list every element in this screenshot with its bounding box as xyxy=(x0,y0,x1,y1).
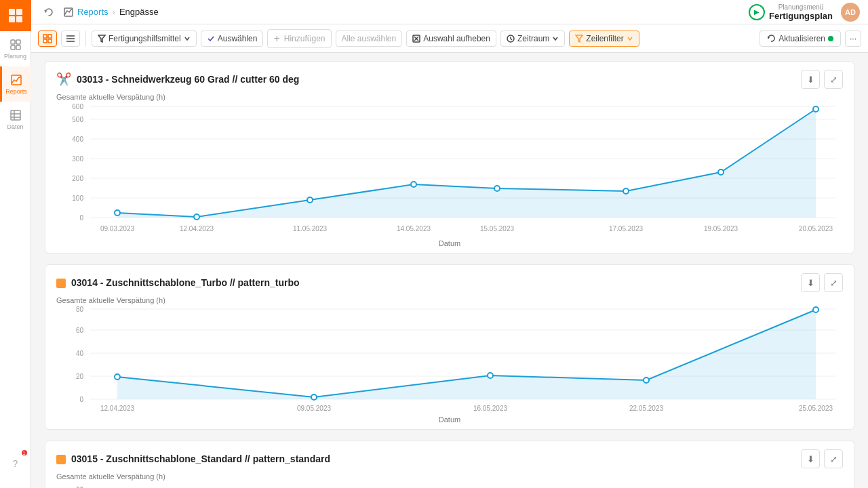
chart-area-1: 0 100 200 300 400 500 600 xyxy=(56,102,843,238)
chart-area-2: 0 20 40 60 80 12.04.2023 xyxy=(56,306,843,414)
chart-download-button-3[interactable]: ⬇ xyxy=(801,449,820,468)
filter-button[interactable]: Fertigungshilfsmittel xyxy=(92,30,197,47)
svg-rect-0 xyxy=(9,9,15,15)
svg-text:400: 400 xyxy=(72,136,83,143)
chart-expand-button-2[interactable]: ⤢ xyxy=(824,273,843,292)
time-period-label: Zeitraum xyxy=(517,34,549,43)
chart-icon-1: ✂️ xyxy=(56,72,71,87)
svg-text:20.05.2023: 20.05.2023 xyxy=(799,225,833,232)
sidebar-item-daten[interactable]: Daten xyxy=(0,102,31,137)
sidebar-item-reports[interactable]: Reports xyxy=(0,66,31,102)
clear-selection-button[interactable]: Auswahl aufheben xyxy=(406,30,496,47)
view-list-button[interactable] xyxy=(61,30,80,47)
chart-title-3: 03015 - Zuschnittschablone_Standard // p… xyxy=(56,453,330,465)
svg-rect-3 xyxy=(16,16,22,22)
svg-text:20: 20 xyxy=(76,373,84,380)
time-period-button[interactable]: Zeitraum xyxy=(500,30,565,47)
svg-text:0: 0 xyxy=(79,396,83,403)
toolbar-right: Aktualisieren ··· xyxy=(760,30,861,47)
svg-text:80: 80 xyxy=(76,306,84,313)
svg-point-71 xyxy=(488,373,493,378)
sidebar-item-daten-label: Daten xyxy=(7,123,23,130)
svg-point-47 xyxy=(623,188,629,194)
svg-rect-2 xyxy=(9,16,15,22)
select-button[interactable]: Auswählen xyxy=(201,30,264,47)
sidebar: Planung Reports Daten ? 1 xyxy=(0,0,31,488)
add-button[interactable]: + Hinzufügen xyxy=(267,29,331,48)
select-all-button[interactable]: Alle auswählen xyxy=(336,30,403,47)
svg-rect-16 xyxy=(43,39,47,43)
svg-marker-68 xyxy=(117,310,816,399)
sidebar-item-reports-label: Reports xyxy=(5,88,27,95)
app-logo[interactable] xyxy=(0,0,31,31)
chart-x-label-2: Datum xyxy=(56,415,843,424)
svg-text:25.05.2023: 25.05.2023 xyxy=(799,405,833,412)
svg-rect-14 xyxy=(43,35,47,38)
svg-text:300: 300 xyxy=(72,155,83,163)
svg-marker-26 xyxy=(576,35,583,42)
svg-rect-6 xyxy=(11,45,15,49)
svg-text:14.05.2023: 14.05.2023 xyxy=(397,225,431,232)
chart-expand-button-3[interactable]: ⤢ xyxy=(824,449,843,468)
main-content: Reports › Engpässe ▶ Planungsmenü Fertig… xyxy=(31,0,868,488)
svg-point-43 xyxy=(194,214,199,220)
chart-download-button-2[interactable]: ⬇ xyxy=(801,273,820,292)
chart-y-label-2: Gesamte aktuelle Verspätung (h) xyxy=(56,296,843,304)
avatar: AD xyxy=(841,3,860,22)
svg-point-46 xyxy=(494,186,500,191)
more-button[interactable]: ··· xyxy=(845,30,861,47)
breadcrumb-reports[interactable]: Reports xyxy=(77,7,108,17)
planning-title: Fertigungsplan xyxy=(769,11,833,21)
svg-rect-5 xyxy=(16,40,20,44)
select-label: Auswählen xyxy=(218,34,258,43)
chart-header-1: ✂️ 03013 - Schneidwerkzeug 60 Grad // cu… xyxy=(56,70,843,89)
planning-labels: Planungsmenü Fertigungsplan xyxy=(769,3,833,21)
svg-text:19.05.2023: 19.05.2023 xyxy=(704,225,738,232)
chart-card-1: ✂️ 03013 - Schneidwerkzeug 60 Grad // cu… xyxy=(45,61,854,253)
svg-point-48 xyxy=(718,169,724,175)
svg-text:0: 0 xyxy=(79,214,83,222)
svg-point-42 xyxy=(115,210,120,216)
row-filter-button[interactable]: Zeilenfilter xyxy=(569,30,639,47)
breadcrumb-separator: › xyxy=(113,7,115,17)
content-area: ✂️ 03013 - Schneidwerkzeug 60 Grad // cu… xyxy=(31,53,868,488)
play-icon: ▶ xyxy=(749,4,765,20)
svg-point-44 xyxy=(307,197,313,203)
svg-text:11.05.2023: 11.05.2023 xyxy=(293,225,327,232)
svg-point-45 xyxy=(411,182,416,187)
chart-download-button-1[interactable]: ⬇ xyxy=(801,70,820,89)
add-label: Hinzufügen xyxy=(284,34,326,43)
planning-menu-button[interactable]: ▶ Planungsmenü Fertigungsplan xyxy=(749,3,833,21)
view-grid-button[interactable] xyxy=(38,30,57,47)
svg-text:40: 40 xyxy=(76,350,84,357)
chart-expand-button-1[interactable]: ⤢ xyxy=(824,70,843,89)
svg-text:20: 20 xyxy=(76,485,83,488)
svg-rect-7 xyxy=(16,45,20,49)
svg-text:15.05.2023: 15.05.2023 xyxy=(480,225,514,232)
undo-button[interactable] xyxy=(39,4,58,20)
chart-actions-2: ⬇ ⤢ xyxy=(801,273,843,292)
svg-text:600: 600 xyxy=(72,103,83,110)
chart-x-label-1: Datum xyxy=(56,239,843,247)
svg-point-70 xyxy=(311,394,317,400)
update-status-dot xyxy=(828,36,833,41)
svg-rect-15 xyxy=(48,35,52,38)
svg-text:60: 60 xyxy=(76,327,84,334)
chart-actions-1: ⬇ ⤢ xyxy=(801,70,843,89)
chart-header-2: 03014 - Zuschnittschablone_Turbo // patt… xyxy=(56,273,843,292)
svg-point-72 xyxy=(644,378,649,383)
svg-text:12.04.2023: 12.04.2023 xyxy=(100,405,134,412)
chart-title-1: ✂️ 03013 - Schneidwerkzeug 60 Grad // cu… xyxy=(56,72,299,87)
svg-text:200: 200 xyxy=(72,175,83,182)
breadcrumb: Reports › Engpässe xyxy=(64,7,159,17)
chart-actions-3: ⬇ ⤢ xyxy=(801,449,843,468)
chart-header-3: 03015 - Zuschnittschablone_Standard // p… xyxy=(56,449,843,468)
update-label: Aktualisieren xyxy=(778,34,825,43)
sidebar-item-planung[interactable]: Planung xyxy=(0,31,31,66)
sidebar-item-help[interactable]: ? 1 xyxy=(0,446,31,481)
svg-text:17.05.2023: 17.05.2023 xyxy=(609,225,643,232)
svg-point-73 xyxy=(813,307,818,312)
sidebar-item-planung-label: Planung xyxy=(4,53,26,60)
update-button[interactable]: Aktualisieren xyxy=(760,30,841,47)
svg-text:09.03.2023: 09.03.2023 xyxy=(100,225,134,232)
